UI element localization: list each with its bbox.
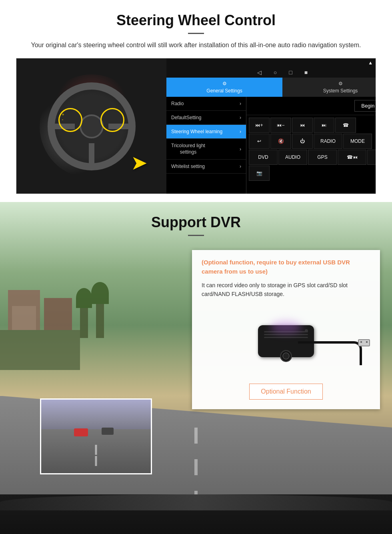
chevron-right-icon5: › [240, 164, 241, 169]
statusbar-icon1: ▲ [368, 60, 373, 66]
begin-learn-row: Begin learn [246, 97, 376, 115]
dvr-optional-note: (Optional function, require to buy exter… [202, 258, 370, 276]
ctrl-back[interactable]: ↩ [249, 134, 270, 149]
tab-system-label: System Settings [323, 88, 358, 94]
chevron-right-icon4: › [240, 146, 241, 152]
ctrl-vol-down[interactable]: ⏮− [270, 118, 291, 133]
dvr-section: Support DVR (Optional function, require … [0, 202, 392, 534]
left-button-circle: + - [58, 108, 82, 132]
dvr-dashboard [0, 494, 392, 534]
back-icon[interactable]: ◁ [257, 69, 262, 76]
gear-icon-general: ⚙ [222, 81, 227, 86]
begin-learn-button[interactable]: Begin learn [354, 100, 376, 112]
dvr-thumbnail-inner [41, 400, 151, 473]
ctrl-shuffle-next[interactable]: 🔀⏭ [367, 150, 376, 165]
statusbar-signal: ▼ [375, 60, 376, 66]
dvr-title-area: Support DVR [0, 202, 392, 242]
right-button-circle [100, 108, 124, 132]
ctrl-gps[interactable]: GPS [308, 150, 337, 165]
dvr-thumbnail [40, 398, 152, 474]
steering-wheel-image: + - ➤ [16, 58, 166, 194]
ctrl-phone[interactable]: ☎ [335, 118, 356, 133]
dvr-description: It can record video only to storage in G… [202, 281, 370, 299]
dvr-info-card: (Optional function, require to buy exter… [192, 250, 380, 409]
dvr-usb-connector [358, 339, 370, 346]
ctrl-extra[interactable]: 📷 [249, 166, 270, 181]
menu-content: Radio › DefaultSetting › Steering Wheel … [166, 97, 376, 194]
optional-function-button[interactable]: Optional Function [249, 384, 322, 400]
ctrl-vol-up[interactable]: ⏮+ [249, 118, 270, 133]
tab-system[interactable]: ⚙ System Settings [282, 78, 376, 97]
settings-menu-right: Begin learn ⏮+ ⏮− ⏮ ⏭ ☎ ↩ [246, 97, 376, 194]
home-icon[interactable]: ○ [274, 69, 277, 76]
title-divider [188, 33, 204, 34]
ctrl-dvd[interactable]: DVD [249, 150, 278, 165]
settings-menu-left: Radio › DefaultSetting › Steering Wheel … [166, 97, 246, 194]
android-ui-panel: ▲ ▼ 13:13 ◁ ○ □ ■ ⚙ General Settings ⚙ S… [166, 58, 376, 194]
dvr-title: Support DVR [16, 214, 376, 231]
ctrl-prev[interactable]: ⏮ [292, 118, 313, 133]
ctrl-phone-prev[interactable]: ☎⏮ [338, 150, 366, 165]
android-navbar: ◁ ○ □ ■ [166, 67, 376, 78]
android-statusbar: ▲ ▼ 13:13 [166, 58, 376, 67]
ctrl-audio[interactable]: AUDIO [278, 150, 307, 165]
menu-item-steering-label: Steering Wheel learning [171, 129, 222, 134]
ctrl-power[interactable]: ⏻ [292, 134, 313, 149]
dvr-cable [298, 341, 362, 365]
menu-item-whitelist[interactable]: Whitelist setting › [166, 160, 246, 174]
dvr-camera-lens [280, 350, 292, 362]
chevron-right-icon: › [240, 101, 241, 106]
steering-wheel: + - [48, 82, 136, 170]
gear-icon-system: ⚙ [338, 81, 343, 86]
steering-title: Steering Wheel Control [16, 12, 376, 29]
dvr-title-divider [188, 235, 204, 236]
dvr-glow-effect [270, 321, 302, 333]
steering-wheel-section: Steering Wheel Control Your original car… [0, 0, 392, 202]
menu-item-radio[interactable]: Radio › [166, 97, 246, 111]
steering-description: Your original car's steering wheel contr… [24, 40, 368, 50]
menu-item-default-label: DefaultSetting [171, 115, 201, 120]
chevron-right-icon3: › [240, 129, 241, 134]
ctrl-mode[interactable]: MODE [343, 134, 372, 149]
ctrl-next[interactable]: ⏭ [314, 118, 334, 133]
settings-tabs: ⚙ General Settings ⚙ System Settings [166, 78, 376, 97]
steering-mockup: + - ➤ ▲ ▼ 13:13 ◁ ○ □ [16, 58, 376, 194]
menu-item-tricoloured[interactable]: Tricoloured lightsettings › [166, 139, 246, 160]
tab-general-label: General Settings [206, 88, 242, 94]
dvr-camera-illustration [202, 305, 370, 377]
ctrl-row-4: 📷 [249, 166, 376, 181]
ctrl-row-2: ↩ 🔇 ⏻ RADIO MODE [249, 134, 376, 149]
menu-item-tricoloured-label: Tricoloured lightsettings [171, 143, 205, 155]
ctrl-radio[interactable]: RADIO [314, 134, 342, 149]
chevron-right-icon2: › [240, 115, 241, 120]
menu-icon[interactable]: ■ [304, 69, 308, 76]
arrow-icon: ➤ [131, 151, 148, 174]
ctrl-mute[interactable]: 🔇 [270, 134, 291, 149]
controls-grid: ⏮+ ⏮− ⏮ ⏭ ☎ ↩ 🔇 ⏻ RADIO MODE [246, 115, 376, 183]
recents-icon[interactable]: □ [289, 69, 292, 76]
ctrl-row-1: ⏮+ ⏮− ⏮ ⏭ ☎ [249, 118, 376, 133]
menu-item-default[interactable]: DefaultSetting › [166, 111, 246, 125]
ctrl-row-3: DVD AUDIO GPS ☎⏮ 🔀⏭ [249, 150, 376, 165]
menu-item-steering-learning[interactable]: Steering Wheel learning › [166, 125, 246, 139]
tab-general[interactable]: ⚙ General Settings [166, 78, 282, 97]
menu-item-radio-label: Radio [171, 101, 184, 106]
menu-item-whitelist-label: Whitelist setting [171, 164, 205, 169]
